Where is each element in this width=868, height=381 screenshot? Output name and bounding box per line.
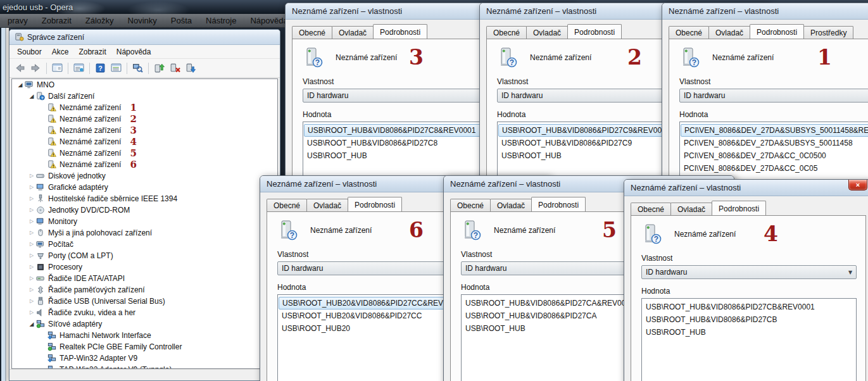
hardware-id-value[interactable]: PCI\VEN_8086&DEV_27DA&CC_0C05 (680, 162, 868, 175)
toolbar-button-forward[interactable] (28, 61, 44, 76)
tab-podrobnosti[interactable]: Podrobnosti (348, 197, 402, 211)
hardware-id-value[interactable]: USB\ROOT_HUB (642, 326, 856, 339)
expander-icon[interactable]: ▷ (27, 204, 36, 216)
tree-item-label: Neznámé zařízení (58, 159, 121, 170)
property-dropdown[interactable]: ID hardwaru▼ (641, 265, 857, 279)
toolbar-button-properties[interactable] (71, 61, 87, 76)
dm-menu-item-soubor[interactable]: Soubor (12, 46, 47, 58)
expander-icon[interactable]: ▷ (27, 307, 36, 318)
tab-obecne[interactable]: Obecné (669, 26, 709, 39)
tree-item[interactable]: ▷Řadiče USB (Universal Serial Bus) (12, 296, 277, 307)
dm-menu-item-zobrazit[interactable]: Zobrazit (73, 46, 111, 58)
tree-item[interactable]: Neznámé zařízení2 (12, 113, 277, 125)
opera-menu-item-zalozky[interactable]: Záložky (79, 15, 120, 27)
tab-podrobnosti[interactable]: Podrobnosti (750, 24, 804, 39)
tree-item[interactable]: Neznámé zařízení5 (12, 147, 277, 159)
toolbar-button-tree-view[interactable] (49, 61, 65, 76)
device-manager-titlebar[interactable]: Správce zařízení (9, 30, 280, 45)
tree-item[interactable]: ▷Myši a jiná polohovací zařízení (12, 227, 277, 239)
toolbar-button-scan-hardware[interactable] (183, 61, 199, 76)
expander-icon[interactable]: ◢ (27, 318, 36, 330)
dialog-titlebar[interactable]: Neznámé zařízení – vlastnosti× (624, 180, 868, 196)
tree-item[interactable]: ▷Grafické adaptéry (12, 182, 277, 193)
tab-ovladac[interactable]: Ovladač (332, 26, 374, 39)
opera-menu-item-pravy[interactable]: pravy (1, 15, 34, 27)
tree-item[interactable]: Neznámé zařízení6 (12, 159, 277, 170)
toolbar-button-scan[interactable] (130, 61, 146, 76)
tree-item[interactable]: ▷Hostitelské řadiče sběrnice IEEE 1394 (12, 193, 277, 204)
opera-menu-item-nastroje[interactable]: Nástroje (199, 15, 242, 27)
dialog-title: Neznámé zařízení – vlastnosti (450, 179, 560, 189)
dm-menu-item-akce[interactable]: Akce (47, 46, 74, 58)
tab-obecne[interactable]: Obecné (486, 26, 527, 39)
tree-item[interactable]: ◢?Další zařízení (12, 91, 277, 102)
toolbar-button-help[interactable]: ? (92, 61, 108, 76)
expander-icon[interactable]: ▷ (27, 216, 36, 227)
tab-obecne[interactable]: Obecné (450, 199, 491, 211)
tree-item[interactable]: ◢Síťové adaptéry (12, 318, 277, 330)
close-button[interactable]: × (848, 180, 867, 190)
opera-menu-item-novinky[interactable]: Novinky (122, 15, 163, 27)
tab-obecne[interactable]: Obecné (292, 26, 332, 39)
property-dropdown[interactable]: ID hardwaru▼ (679, 89, 868, 103)
expander-icon[interactable]: ▷ (27, 182, 36, 193)
tab-ovladac[interactable]: Ovladač (708, 26, 750, 39)
expander-icon[interactable]: ▷ (27, 250, 36, 261)
network-adapter-icon (47, 342, 58, 351)
toolbar-button-back[interactable] (12, 61, 28, 76)
tab-podrobnosti[interactable]: Podrobnosti (567, 24, 622, 39)
tree-item[interactable]: Neznámé zařízení1 (12, 102, 277, 113)
value-label: Hodnota (277, 283, 306, 292)
tree-item[interactable]: ▷Počítač (12, 239, 277, 250)
hardware-id-value[interactable]: PCI\VEN_8086&DEV_27DA&SUBSYS_50011458&RE… (681, 124, 868, 137)
ports-icon (36, 251, 46, 260)
tree-item[interactable]: ▷Jednotky DVD/CD-ROM (12, 204, 277, 216)
tab-podrobnosti[interactable]: Podrobnosti (712, 201, 766, 215)
tree-item[interactable]: ▷Řadiče zvuku, videa a her (12, 307, 277, 318)
hardware-id-value[interactable]: PCI\VEN_8086&DEV_27DA&SUBSYS_50011458 (680, 137, 868, 149)
expander-icon[interactable]: ▷ (27, 273, 36, 284)
expander-icon[interactable]: ▷ (27, 261, 36, 273)
toolbar-button-list-view[interactable] (108, 61, 124, 76)
hardware-id-value[interactable]: PCI\VEN_8086&DEV_27DA&CC_0C0500 (680, 149, 868, 162)
tree-item[interactable]: ◢MNO (12, 79, 277, 91)
tree-item[interactable]: Neznámé zařízení3 (12, 125, 277, 136)
tab-podrobnosti[interactable]: Podrobnosti (373, 24, 427, 39)
tab-prostredky[interactable]: Prostředky (803, 26, 853, 39)
expander-icon[interactable]: ◢ (27, 91, 36, 102)
expander-icon[interactable]: ▷ (27, 193, 36, 204)
tab-ovladac[interactable]: Ovladač (490, 199, 532, 211)
opera-menu-item-posta[interactable]: Pošta (165, 15, 198, 27)
expander-icon[interactable]: ◢ (16, 79, 25, 91)
toolbar-button-uninstall-device[interactable] (167, 61, 183, 76)
expander-icon[interactable]: ▷ (27, 296, 36, 307)
expander-icon[interactable]: ▷ (27, 239, 36, 250)
tree-item[interactable]: TAP-Win32 Adapter V9 (12, 353, 277, 364)
tab-podrobnosti[interactable]: Podrobnosti (531, 197, 586, 211)
tree-item[interactable]: ▷Diskové jednotky (12, 170, 277, 182)
dialog-titlebar[interactable]: Neznámé zařízení – vlastnosti (662, 3, 868, 20)
tab-ovladac[interactable]: Ovladač (306, 199, 348, 211)
expander-icon[interactable]: ▷ (27, 284, 36, 296)
tree-item[interactable]: ▷Monitory (12, 216, 277, 227)
hardware-id-value[interactable]: USB\ROOT_HUB&VID8086&PID27CB&REV0001 (642, 301, 856, 313)
tree-item[interactable]: TAP-Win32 Adapter V9 (Tunngle) (12, 364, 277, 369)
tree-item-label: Procesory (46, 261, 82, 273)
tree-item[interactable]: ▷Řadiče paměťových zařízení (12, 284, 277, 296)
expander-icon[interactable]: ▷ (27, 227, 36, 239)
tree-item[interactable]: Neznámé zařízení4 (12, 136, 277, 147)
tab-ovladac[interactable]: Ovladač (526, 26, 568, 39)
tab-ovladac[interactable]: Ovladač (670, 203, 712, 215)
tab-obecne[interactable]: Obecné (631, 203, 671, 215)
tree-item[interactable]: Hamachi Network Interface (12, 330, 277, 341)
tree-item[interactable]: ▷Řadiče IDE ATA/ATAPI (12, 273, 277, 284)
hardware-id-value[interactable]: USB\ROOT_HUB&VID8086&PID27CB (642, 313, 856, 326)
tree-item[interactable]: ▷Porty (COM a LPT) (12, 250, 277, 261)
tree-item[interactable]: ▷Procesory (12, 261, 277, 273)
dm-menu-item-napoveda[interactable]: Nápověda (111, 46, 156, 58)
tab-obecne[interactable]: Obecné (267, 199, 307, 211)
opera-menu-item-zobrazit[interactable]: Zobrazit (35, 15, 78, 27)
toolbar-button-update-driver[interactable] (151, 61, 167, 76)
expander-icon[interactable]: ▷ (27, 170, 36, 182)
tree-item[interactable]: Realtek PCIe GBE Family Controller (12, 341, 277, 353)
